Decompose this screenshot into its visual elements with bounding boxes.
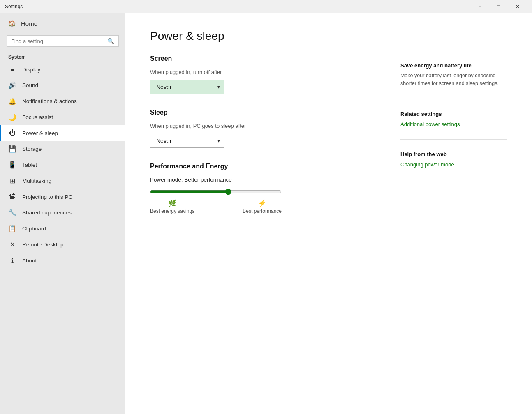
screen-dropdown[interactable]: Never 1 minute 5 minutes 10 minutes 15 m…	[150, 80, 224, 94]
sidebar-item-label-shared-experiences: Shared experiences	[22, 209, 72, 216]
sidebar-item-projecting[interactable]: 📽Projecting to this PC	[0, 189, 125, 205]
search-input[interactable]	[11, 38, 107, 44]
sleep-section-title: Sleep	[150, 109, 376, 116]
slider-left-label: Best energy savings	[150, 208, 194, 214]
clipboard-icon: 📋	[8, 225, 16, 232]
related-settings-title: Related settings	[400, 111, 507, 117]
sidebar-item-multitasking[interactable]: ⊞Multitasking	[0, 173, 125, 189]
sidebar-item-label-clipboard: Clipboard	[22, 225, 46, 232]
sidebar-item-tablet[interactable]: 📱Tablet	[0, 157, 125, 173]
divider-1	[400, 99, 507, 99]
sidebar-item-label-notifications: Notifications & actions	[22, 98, 77, 104]
close-button[interactable]: ✕	[508, 0, 527, 13]
search-box: 🔍	[7, 35, 119, 47]
sidebar-item-focus-assist[interactable]: 🌙Focus assist	[0, 109, 125, 125]
sidebar-item-label-sound: Sound	[22, 82, 38, 88]
sidebar-item-label-power-sleep: Power & sleep	[22, 130, 58, 136]
performance-section-title: Performance and Energy	[150, 163, 376, 170]
divider-2	[400, 139, 507, 140]
projecting-icon: 📽	[8, 193, 16, 200]
slider-right-label: Best performance	[243, 208, 282, 214]
sidebar-item-clipboard[interactable]: 📋Clipboard	[0, 221, 125, 237]
home-icon: 🏠	[8, 20, 16, 27]
screen-pluggedin-label: When plugged in, turn off after	[150, 69, 376, 75]
best-performance-icon: ⚡	[258, 199, 266, 207]
window-controls: − □ ✕	[470, 0, 527, 13]
sidebar-item-label-display: Display	[22, 67, 40, 73]
power-sleep-icon: ⏻	[8, 129, 16, 137]
slider-left-end: 🌿 Best energy savings	[150, 199, 194, 214]
sidebar-item-home[interactable]: 🏠 Home	[0, 13, 125, 34]
sidebar-item-about[interactable]: ℹAbout	[0, 253, 125, 269]
screen-dropdown-wrapper: Never 1 minute 5 minutes 10 minutes 15 m…	[150, 80, 224, 94]
sidebar-item-notifications[interactable]: 🔔Notifications & actions	[0, 93, 125, 109]
minimize-button[interactable]: −	[470, 0, 489, 13]
help-web-title: Help from the web	[400, 151, 507, 157]
sidebar-home-label: Home	[21, 20, 37, 27]
sidebar-item-shared-experiences[interactable]: 🔧Shared experiences	[0, 205, 125, 221]
sidebar-item-sound[interactable]: 🔊Sound	[0, 77, 125, 93]
help-web-section: Help from the web Changing power mode	[400, 151, 507, 168]
power-mode-label: Power mode: Better performance	[150, 177, 376, 183]
notifications-icon: 🔔	[8, 97, 16, 105]
screen-section-title: Screen	[150, 55, 376, 62]
app-title: Settings	[5, 4, 23, 9]
sidebar-item-label-tablet: Tablet	[22, 162, 37, 168]
sound-icon: 🔊	[8, 81, 16, 89]
power-mode-slider[interactable]	[150, 189, 282, 195]
search-button[interactable]: 🔍	[107, 38, 114, 44]
tablet-icon: 📱	[8, 161, 16, 169]
sleep-pluggedin-label: When plugged in, PC goes to sleep after	[150, 123, 376, 129]
additional-power-settings-link[interactable]: Additional power settings	[400, 121, 460, 127]
sidebar-item-label-projecting: Projecting to this PC	[22, 194, 72, 200]
related-settings-section: Related settings Additional power settin…	[400, 111, 507, 128]
save-energy-title: Save energy and battery life	[400, 62, 507, 69]
sidebar-item-label-about: About	[22, 258, 37, 264]
sidebar: 🏠 Home 🔍 System 🖥Display🔊Sound🔔Notificat…	[0, 13, 125, 414]
sidebar-item-storage[interactable]: 💾Storage	[0, 141, 125, 157]
sidebar-item-label-focus-assist: Focus assist	[22, 114, 53, 120]
sidebar-section-label: System	[0, 52, 125, 62]
energy-savings-icon: 🌿	[168, 199, 176, 207]
storage-icon: 💾	[8, 145, 16, 153]
content-right: Save energy and battery life Make your b…	[400, 30, 507, 398]
sleep-dropdown[interactable]: Never 1 minute 5 minutes 10 minutes 15 m…	[150, 134, 224, 148]
screen-section: Screen When plugged in, turn off after N…	[150, 55, 376, 94]
screen-dropdown-container: Never 1 minute 5 minutes 10 minutes 15 m…	[150, 80, 376, 94]
maximize-button[interactable]: □	[489, 0, 508, 13]
content-left: Power & sleep Screen When plugged in, tu…	[150, 30, 376, 398]
save-energy-section: Save energy and battery life Make your b…	[400, 62, 507, 87]
sidebar-item-power-sleep[interactable]: ⏻Power & sleep	[0, 125, 125, 141]
slider-track-container	[150, 189, 282, 197]
sidebar-item-remote-desktop[interactable]: ✕Remote Desktop	[0, 237, 125, 253]
sleep-dropdown-container: Never 1 minute 5 minutes 10 minutes 15 m…	[150, 134, 376, 148]
main-content: Power & sleep Screen When plugged in, tu…	[125, 13, 532, 414]
display-icon: 🖥	[8, 66, 16, 73]
performance-section: Performance and Energy Power mode: Bette…	[150, 163, 376, 214]
remote-desktop-icon: ✕	[8, 241, 16, 248]
sleep-section: Sleep When plugged in, PC goes to sleep …	[150, 109, 376, 148]
sidebar-item-label-multitasking: Multitasking	[22, 178, 51, 184]
sidebar-item-label-remote-desktop: Remote Desktop	[22, 242, 64, 248]
slider-right-end: ⚡ Best performance	[243, 199, 282, 214]
changing-power-mode-link[interactable]: Changing power mode	[400, 161, 454, 168]
page-title: Power & sleep	[150, 30, 376, 43]
about-icon: ℹ	[8, 257, 16, 264]
sidebar-nav: 🖥Display🔊Sound🔔Notifications & actions🌙F…	[0, 62, 125, 269]
multitasking-icon: ⊞	[8, 177, 16, 185]
sidebar-item-label-storage: Storage	[22, 146, 42, 152]
app-body: 🏠 Home 🔍 System 🖥Display🔊Sound🔔Notificat…	[0, 13, 532, 414]
title-bar: Settings − □ ✕	[0, 0, 532, 13]
save-energy-desc: Make your battery last longer by choosin…	[400, 72, 507, 87]
slider-labels: 🌿 Best energy savings ⚡ Best performance	[150, 199, 282, 214]
sidebar-item-display[interactable]: 🖥Display	[0, 62, 125, 77]
sleep-dropdown-wrapper: Never 1 minute 5 minutes 10 minutes 15 m…	[150, 134, 224, 148]
shared-experiences-icon: 🔧	[8, 209, 16, 216]
focus-assist-icon: 🌙	[8, 113, 16, 121]
